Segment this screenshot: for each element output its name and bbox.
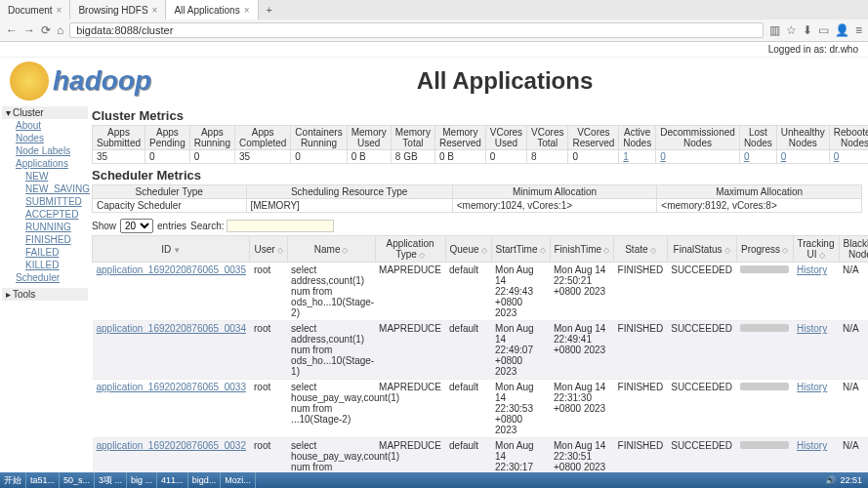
sidebar-cluster-header[interactable]: ▾Cluster xyxy=(2,106,88,119)
tracking-link[interactable]: History xyxy=(797,382,827,392)
new-tab-button[interactable]: + xyxy=(259,4,280,16)
sidebar-item-applications[interactable]: Applications xyxy=(2,157,88,170)
node-count-link[interactable]: 0 xyxy=(660,151,666,162)
sidebar-item-state[interactable]: SUBMITTED xyxy=(2,195,88,208)
close-icon[interactable]: × xyxy=(57,5,62,16)
home-icon[interactable]: ⌂ xyxy=(57,23,63,37)
sidebar-item-state[interactable]: FAILED xyxy=(2,246,88,259)
node-count-link[interactable]: 0 xyxy=(834,151,840,162)
app-id-link[interactable]: application_1692020876065_0034 xyxy=(97,323,246,334)
column-header[interactable]: State◇ xyxy=(614,236,668,263)
expand-icon: ▸ xyxy=(6,289,11,300)
node-count-link[interactable]: 1 xyxy=(623,151,629,162)
sidebar-item-state[interactable]: FINISHED xyxy=(2,233,88,246)
column-header[interactable]: FinishTime◇ xyxy=(550,236,614,263)
node-count-link[interactable]: 0 xyxy=(744,151,750,162)
sidebar-item-state[interactable]: ACCEPTED xyxy=(2,208,88,221)
column-header[interactable]: StartTime◇ xyxy=(491,236,550,263)
table-row: application_1692020876065_0033rootselect… xyxy=(93,380,869,438)
taskbar-item[interactable]: bigd... xyxy=(188,472,222,488)
tracking-link[interactable]: History xyxy=(797,264,827,275)
metrics-header: Containers Running xyxy=(291,126,347,150)
sort-icon: ◇ xyxy=(277,246,283,255)
table-controls: Show 20 entries Search: xyxy=(92,217,862,235)
cell: Mon Aug 14 22:30:53 +0800 2023 xyxy=(491,380,550,438)
browser-tab[interactable]: Browsing HDFS× xyxy=(70,0,166,20)
column-header[interactable]: Tracking UI◇ xyxy=(793,236,839,263)
show-label: Show xyxy=(92,221,116,231)
tracking-link[interactable]: History xyxy=(797,323,827,334)
sidebar-item-state[interactable]: RUNNING xyxy=(2,221,88,233)
taskbar-item[interactable]: big ... xyxy=(127,472,157,488)
library-icon[interactable]: ▭ xyxy=(818,23,829,37)
column-header[interactable]: ID▼ xyxy=(93,236,250,263)
taskbar-item[interactable]: 3项 ... xyxy=(95,472,127,488)
cell: select address,count(1) num from ods_ho.… xyxy=(287,321,375,380)
hadoop-logo[interactable]: hadoop xyxy=(10,61,151,101)
browser-tab[interactable]: Document× xyxy=(0,0,70,20)
system-tray[interactable]: 🔊 22:51 xyxy=(819,475,868,485)
taskbar-item[interactable]: ta51... xyxy=(26,472,60,488)
applications-table: ID▼User◇Name◇Application Type◇Queue◇Star… xyxy=(92,235,868,488)
app-id-link[interactable]: application_1692020876065_0035 xyxy=(97,264,246,275)
cell: Mon Aug 14 22:50:21 +0800 2023 xyxy=(550,263,614,321)
app-id-link[interactable]: application_1692020876065_0033 xyxy=(97,382,246,392)
sort-icon: ◇ xyxy=(342,246,348,255)
reload-icon[interactable]: ⟳ xyxy=(41,23,51,37)
sidebar-item-state[interactable]: KILLED xyxy=(2,259,88,271)
menu-icon[interactable]: ≡ xyxy=(855,23,862,37)
back-icon[interactable]: ← xyxy=(6,23,18,37)
sidebar-item-about[interactable]: About xyxy=(2,119,88,132)
node-count-link[interactable]: 0 xyxy=(781,151,787,162)
sidebar-item-scheduler[interactable]: Scheduler xyxy=(2,271,88,284)
metrics-header: Apps Pending xyxy=(145,126,190,150)
account-icon[interactable]: 👤 xyxy=(835,23,849,37)
metrics-header: Apps Completed xyxy=(234,126,290,150)
forward-icon[interactable]: → xyxy=(23,23,35,37)
taskbar-item[interactable]: Mozi... xyxy=(221,472,256,488)
bookmark-icon[interactable]: ☆ xyxy=(786,23,797,37)
tray-icon[interactable]: 🔊 xyxy=(825,475,836,485)
sidebar-item-state[interactable]: NEW xyxy=(2,170,88,183)
cell: N/A xyxy=(839,380,868,438)
taskbar-item[interactable]: 411... xyxy=(157,472,188,488)
metrics-header: Scheduler Type xyxy=(93,185,247,199)
reader-icon[interactable]: ▥ xyxy=(769,23,780,37)
sort-icon: ◇ xyxy=(650,246,656,255)
metrics-header: VCores Used xyxy=(485,126,526,150)
close-icon[interactable]: × xyxy=(244,5,250,16)
column-header[interactable]: Blacklisted Nodes◇ xyxy=(839,236,868,263)
entries-select[interactable]: 20 xyxy=(120,219,153,233)
tracking-link[interactable]: History xyxy=(797,440,827,451)
cell: SUCCEEDED xyxy=(667,380,736,438)
main-content: Cluster Metrics Apps SubmittedApps Pendi… xyxy=(90,104,868,488)
close-icon[interactable]: × xyxy=(152,5,158,16)
column-header[interactable]: Application Type◇ xyxy=(375,236,445,263)
column-header[interactable]: Queue◇ xyxy=(445,236,491,263)
sidebar-item-nodes[interactable]: Nodes xyxy=(2,132,88,144)
column-header[interactable]: User◇ xyxy=(250,236,287,263)
sort-icon: ◇ xyxy=(782,246,788,255)
metrics-header: Memory Used xyxy=(347,126,391,150)
cell: FINISHED xyxy=(614,380,668,438)
app-id-link[interactable]: application_1692020876065_0032 xyxy=(97,440,246,451)
sidebar-item-node-labels[interactable]: Node Labels xyxy=(2,144,88,157)
column-header[interactable]: Progress◇ xyxy=(736,236,793,263)
taskbar-item[interactable]: 50_s... xyxy=(60,472,95,488)
metrics-value: 35 xyxy=(93,150,145,164)
login-status: Logged in as: dr.who xyxy=(0,42,868,58)
progress-bar xyxy=(740,324,789,332)
page-header: hadoop All Applications xyxy=(0,58,868,104)
column-header[interactable]: Name◇ xyxy=(287,236,375,263)
search-input[interactable] xyxy=(227,220,334,232)
cell: MAPREDUCE xyxy=(375,263,445,321)
download-icon[interactable]: ⬇ xyxy=(803,23,812,37)
column-header[interactable]: FinalStatus◇ xyxy=(667,236,736,263)
browser-tab-active[interactable]: All Applications× xyxy=(166,0,258,20)
url-input[interactable]: bigdata:8088/cluster xyxy=(69,22,764,38)
sidebar-item-state[interactable]: NEW_SAVING xyxy=(2,183,88,195)
metrics-header: Apps Running xyxy=(189,126,234,150)
cell: MAPREDUCE xyxy=(375,380,445,438)
sidebar-tools-header[interactable]: ▸Tools xyxy=(2,288,88,301)
taskbar-item[interactable]: 开始 xyxy=(0,472,26,488)
